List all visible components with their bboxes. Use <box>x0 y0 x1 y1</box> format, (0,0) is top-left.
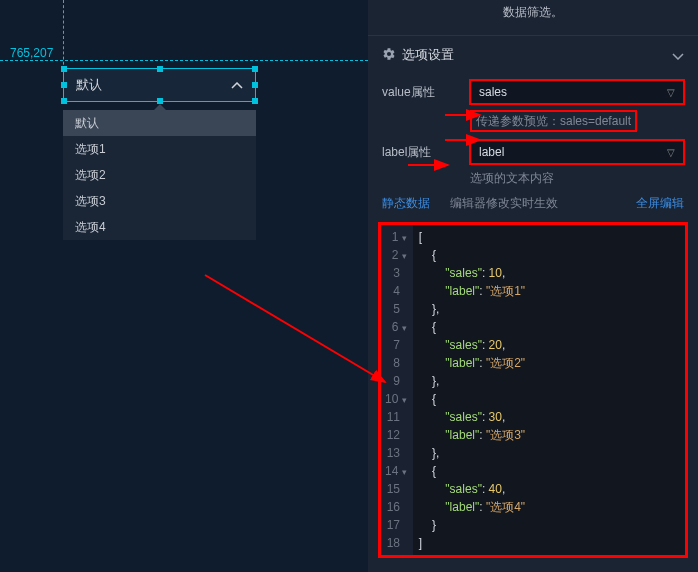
dropdown-component[interactable]: 默认 <box>63 68 256 102</box>
guide-horizontal <box>0 60 368 61</box>
menu-arrow-icon <box>154 104 166 110</box>
menu-item[interactable]: 选项2 <box>63 162 256 188</box>
section-header-options[interactable]: 选项设置 <box>368 36 698 74</box>
value-attribute-select[interactable]: sales ▽ <box>470 80 684 104</box>
code-gutter: 1 ▾2 ▾3 4 5 6 ▾7 8 9 10 ▾11 12 13 14 ▾15… <box>381 225 413 555</box>
menu-item[interactable]: 默认 <box>63 110 256 136</box>
section-title: 选项设置 <box>402 46 454 64</box>
label-attribute-select[interactable]: label ▽ <box>470 140 684 164</box>
static-data-label: 静态数据 <box>382 195 430 212</box>
chevron-up-icon <box>231 76 243 94</box>
selection-handle[interactable] <box>252 98 258 104</box>
code-editor[interactable]: 1 ▾2 ▾3 4 5 6 ▾7 8 9 10 ▾11 12 13 14 ▾15… <box>378 222 688 558</box>
label-field-label: label属性 <box>382 144 462 161</box>
param-preview-row: 传递参数预览：sales=default <box>368 110 698 134</box>
filter-note: 数据筛选。 <box>368 0 698 35</box>
menu-item[interactable]: 选项1 <box>63 136 256 162</box>
full-edit-link[interactable]: 全屏编辑 <box>636 195 684 212</box>
value-attribute-value: sales <box>479 85 507 99</box>
label-hint: 选项的文本内容 <box>368 170 698 189</box>
static-data-hint: 编辑器修改实时生效 <box>450 195 558 212</box>
properties-panel: 数据筛选。 选项设置 value属性 sales ▽ 传递参数预览：sales=… <box>368 0 698 572</box>
selection-handle[interactable] <box>157 66 163 72</box>
value-attribute-row: value属性 sales ▽ <box>368 74 698 110</box>
gear-icon <box>382 47 396 64</box>
menu-item[interactable]: 选项4 <box>63 214 256 240</box>
guide-vertical <box>63 0 64 75</box>
design-canvas: 765,207 默认 默认选项1选项2选项3选项4 <box>0 0 368 572</box>
label-attribute-value: label <box>479 145 504 159</box>
selection-handle[interactable] <box>252 66 258 72</box>
chevron-down-icon <box>672 47 684 63</box>
selection-handle[interactable] <box>252 82 258 88</box>
value-field-label: value属性 <box>382 84 462 101</box>
selection-handle[interactable] <box>61 66 67 72</box>
code-source[interactable]: [ { "sales": 10, "label": "选项1" }, { "sa… <box>413 225 685 555</box>
menu-item[interactable]: 选项3 <box>63 188 256 214</box>
dropdown-label: 默认 <box>76 76 102 94</box>
dropdown-menu: 默认选项1选项2选项3选项4 <box>63 110 256 240</box>
coordinates-label: 765,207 <box>10 46 53 60</box>
static-data-row: 静态数据 编辑器修改实时生效 全屏编辑 <box>368 189 698 218</box>
selection-handle[interactable] <box>61 98 67 104</box>
selection-handle[interactable] <box>61 82 67 88</box>
param-preview: 传递参数预览：sales=default <box>470 110 637 132</box>
chevron-down-icon: ▽ <box>667 87 675 98</box>
label-attribute-row: label属性 label ▽ <box>368 134 698 170</box>
chevron-down-icon: ▽ <box>667 147 675 158</box>
